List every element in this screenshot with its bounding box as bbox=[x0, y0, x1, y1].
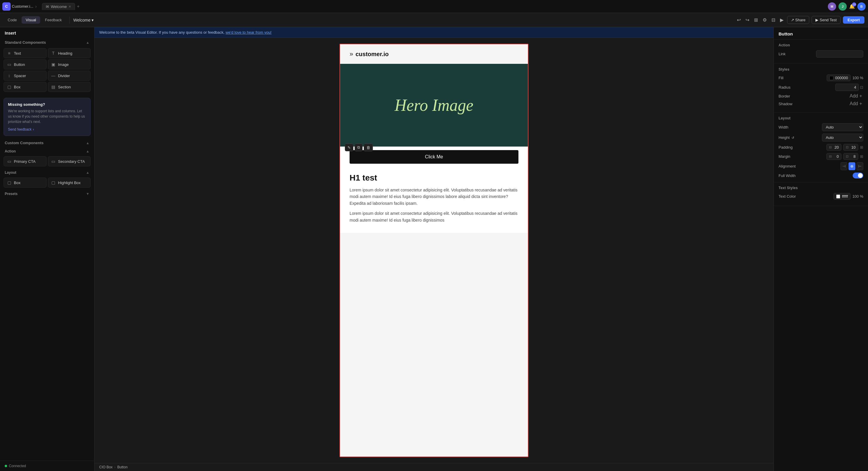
height-select[interactable]: Auto Fixed bbox=[822, 134, 863, 142]
sliders-button[interactable]: ⊟ bbox=[770, 16, 776, 24]
full-width-row: Full Width bbox=[779, 173, 863, 178]
padding-v-group[interactable]: ⊡ 10 bbox=[843, 144, 858, 151]
component-secondary-cta[interactable]: ▭ Secondary CTA bbox=[48, 156, 91, 166]
shadow-add-icon: + bbox=[860, 101, 862, 106]
alignment-buttons: ⊣ ⊕ ⊢ bbox=[841, 162, 863, 170]
component-highlight-box[interactable]: ▢ Highlight Box bbox=[48, 178, 91, 188]
border-label: Border bbox=[779, 94, 790, 98]
presets-subsection-header[interactable]: Presets ▼ bbox=[0, 190, 94, 198]
missing-box: Missing something? We're working to supp… bbox=[4, 98, 91, 136]
send-icon: ▶ bbox=[815, 18, 818, 22]
fill-color-swatch bbox=[829, 76, 833, 80]
app-icon: C bbox=[2, 2, 11, 11]
full-width-label: Full Width bbox=[779, 173, 796, 178]
link-field-row: Link bbox=[779, 50, 863, 58]
margin-expand-icon[interactable]: ⊞ bbox=[860, 154, 863, 159]
insert-title: Insert bbox=[5, 31, 16, 35]
align-left-button[interactable]: ⊣ bbox=[841, 162, 847, 170]
send-feedback-button[interactable]: Send feedback › bbox=[8, 127, 34, 131]
padding-expand-icon[interactable]: ⊞ bbox=[860, 145, 863, 149]
link-input[interactable] bbox=[816, 50, 863, 58]
toggle-knob bbox=[858, 173, 863, 178]
full-width-toggle[interactable] bbox=[852, 173, 863, 178]
action-chevron-icon: ▲ bbox=[86, 149, 89, 153]
tab-feedback[interactable]: Feedback bbox=[41, 16, 66, 24]
action-subsection-header[interactable]: Action ▲ bbox=[0, 147, 94, 155]
border-add-button[interactable]: Add + bbox=[848, 93, 863, 99]
radius-row: Radius ⊡ bbox=[779, 84, 863, 91]
notification-button[interactable]: 🔔 19 bbox=[849, 4, 855, 9]
canvas-breadcrumb: CIO Box › Button bbox=[94, 463, 774, 471]
component-divider[interactable]: — Divider bbox=[48, 70, 91, 81]
panel-header: Button bbox=[774, 27, 868, 39]
breadcrumb-cio-box[interactable]: CIO Box bbox=[99, 465, 113, 469]
custom-components-header[interactable]: Custom Components ▲ bbox=[0, 138, 94, 147]
width-select[interactable]: Auto Fixed Full bbox=[822, 123, 863, 131]
undo-button[interactable]: ↩ bbox=[736, 16, 742, 24]
app-name: Customer.i... bbox=[12, 4, 33, 8]
margin-h-group[interactable]: ⊟ 0 bbox=[826, 153, 841, 160]
component-button[interactable]: ▭ Button bbox=[4, 59, 46, 69]
component-layout-box[interactable]: ▢ Box bbox=[4, 178, 46, 188]
padding-v-value: 10 bbox=[850, 145, 856, 149]
tab-welcome[interactable]: ✉ Welcome ✕ bbox=[42, 3, 75, 10]
tab-icon: ✉ bbox=[46, 4, 49, 9]
fill-color-field[interactable]: 000000 bbox=[827, 75, 850, 81]
tab-add-button[interactable]: + bbox=[75, 4, 81, 9]
top-bar-right: M J 🔔 19 B bbox=[828, 2, 866, 11]
margin-v-group[interactable]: ⊡ 8 bbox=[843, 153, 858, 160]
export-button[interactable]: Export bbox=[843, 16, 864, 24]
toolbar-page-title: Welcome ▾ bbox=[73, 18, 94, 23]
layout-subsection-header[interactable]: Layout ▲ bbox=[0, 169, 94, 176]
spacer-icon: ↕ bbox=[7, 73, 11, 78]
tab-visual[interactable]: Visual bbox=[22, 16, 40, 24]
shadow-add-button[interactable]: Add + bbox=[848, 101, 863, 107]
edit-button[interactable]: ✎ bbox=[345, 144, 353, 151]
component-heading-label: Heading bbox=[58, 51, 72, 56]
component-text[interactable]: ≡ Text bbox=[4, 48, 46, 58]
tab-close-icon[interactable]: ✕ bbox=[68, 5, 71, 8]
height-label: Height ↺ bbox=[779, 135, 794, 140]
text-color-field[interactable]: ffffff bbox=[833, 193, 851, 200]
shadow-row: Shadow Add + bbox=[779, 101, 863, 107]
duplicate-button[interactable]: ⧉ bbox=[354, 144, 363, 151]
settings-button[interactable]: ⚙ bbox=[762, 16, 768, 24]
component-section[interactable]: ▤ Section bbox=[48, 82, 91, 92]
breadcrumb-separator: › bbox=[35, 4, 37, 9]
divider-icon: — bbox=[51, 73, 56, 78]
tab-code[interactable]: Code bbox=[4, 16, 21, 24]
hero-section[interactable]: Hero Image ✎ ⧉ 🗑 bbox=[340, 64, 528, 147]
component-spacer[interactable]: ↕ Spacer bbox=[4, 70, 46, 81]
share-button[interactable]: ↗ Share bbox=[787, 16, 810, 24]
delete-button[interactable]: 🗑 bbox=[364, 144, 373, 151]
standard-components-header[interactable]: Standard Components ▲ bbox=[0, 38, 94, 47]
feedback-link[interactable]: we'd love to hear from you! bbox=[225, 30, 272, 35]
play-button[interactable]: ▶ bbox=[779, 16, 785, 24]
component-box[interactable]: ▢ Box bbox=[4, 82, 46, 92]
missing-text: We're working to support lists and colum… bbox=[8, 109, 86, 124]
canvas-scroll[interactable]: » customer.io Hero Image ✎ ⧉ 🗑 Click Me bbox=[94, 38, 774, 463]
align-right-button[interactable]: ⊢ bbox=[857, 162, 863, 170]
section-icon: ▤ bbox=[51, 85, 56, 89]
height-row: Height ↺ Auto Fixed bbox=[779, 134, 863, 142]
radius-input[interactable] bbox=[835, 84, 859, 91]
redo-button[interactable]: ↪ bbox=[744, 16, 750, 24]
padding-h-group[interactable]: ⊟ 20 bbox=[826, 144, 841, 151]
h1-heading: H1 test bbox=[349, 173, 519, 183]
toolbar-tabs: Code Visual Feedback bbox=[4, 16, 66, 24]
width-row: Width Auto Fixed Full bbox=[779, 123, 863, 131]
cta-button[interactable]: Click Me bbox=[349, 150, 519, 164]
logo-symbol: » bbox=[349, 50, 353, 58]
breadcrumb-button[interactable]: Button bbox=[117, 465, 128, 469]
radius-expand-icon[interactable]: ⊡ bbox=[860, 85, 863, 90]
padding-h-icon: ⊟ bbox=[829, 145, 832, 149]
top-bar: C Customer.i... › ✉ Welcome ✕ + M J 🔔 19… bbox=[0, 0, 868, 13]
align-center-button[interactable]: ⊕ bbox=[848, 162, 855, 170]
component-primary-cta[interactable]: ▭ Primary CTA bbox=[4, 156, 46, 166]
main-area: Insert Standard Components ▲ ≡ Text T He… bbox=[0, 27, 868, 471]
component-image-label: Image bbox=[58, 62, 69, 67]
frames-button[interactable]: ⊞ bbox=[753, 16, 759, 24]
component-heading[interactable]: T Heading bbox=[48, 48, 91, 58]
component-image[interactable]: ▣ Image bbox=[48, 59, 91, 69]
send-test-button[interactable]: ▶ Send Test bbox=[812, 16, 841, 24]
